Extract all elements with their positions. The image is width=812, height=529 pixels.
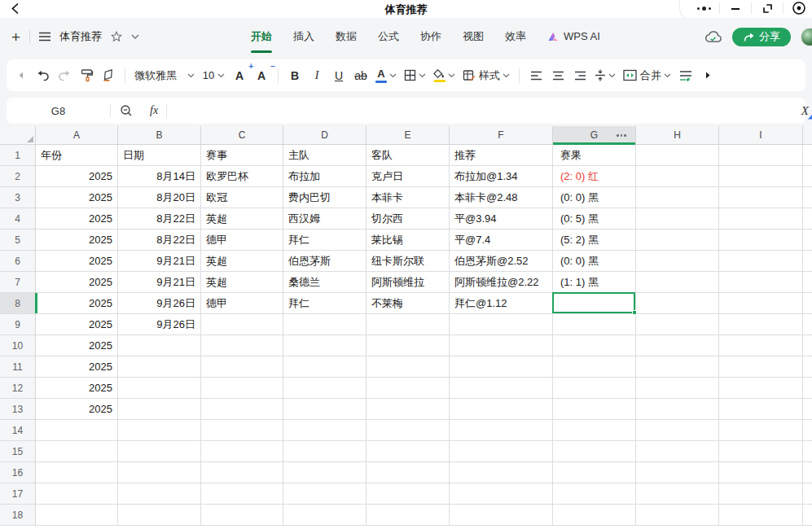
cloud-sync-icon[interactable] [704, 29, 722, 44]
row-header-4[interactable]: 4 [0, 208, 36, 230]
cell-F16[interactable] [450, 462, 553, 483]
cell-partial-6[interactable] [803, 251, 812, 272]
row-header-10[interactable]: 10 [0, 335, 36, 356]
cell-E9[interactable] [366, 314, 450, 335]
row-header-3[interactable]: 3 [0, 187, 36, 208]
cell-A2[interactable]: 2025 [36, 166, 118, 187]
cell-B2[interactable]: 8月14日 [118, 166, 201, 187]
col-header-H[interactable]: H [636, 126, 719, 145]
cell-C14[interactable] [201, 420, 283, 441]
cell-H15[interactable] [636, 441, 719, 462]
cell-partial-9[interactable] [803, 314, 812, 335]
cell-G2[interactable]: (2: 0) 红 [553, 166, 636, 187]
cell-C13[interactable] [201, 399, 283, 420]
cell-D4[interactable]: 西汉姆 [283, 208, 366, 230]
cell-F7[interactable]: 阿斯顿维拉@2.22 [450, 272, 553, 293]
cell-G16[interactable] [553, 462, 636, 483]
cell-I11[interactable] [719, 356, 803, 378]
col-header-A[interactable]: A [36, 126, 118, 145]
cell-F1[interactable]: 推荐 [450, 145, 553, 166]
row-header-13[interactable]: 13 [0, 399, 36, 420]
cell-partial-3[interactable] [803, 187, 812, 208]
tab-formulas[interactable]: 公式 [378, 18, 399, 55]
cell-partial-2[interactable] [803, 166, 812, 187]
cell-E15[interactable] [366, 441, 450, 462]
col-header-B[interactable]: B [118, 126, 201, 145]
cell-F9[interactable] [450, 314, 553, 335]
cell-partial-14[interactable] [803, 420, 812, 441]
insert-function-icon[interactable]: fx [150, 104, 158, 117]
cell-D6[interactable]: 伯恩茅斯 [283, 251, 366, 272]
increase-font-size-button[interactable]: A+ [232, 65, 247, 86]
col-header-C[interactable]: C [201, 126, 283, 145]
col-header-I[interactable]: I [719, 126, 803, 145]
tab-list-icon[interactable] [39, 32, 50, 42]
tab-home[interactable]: 开始 [251, 18, 272, 55]
cell-D17[interactable] [283, 483, 366, 505]
font-color-button[interactable]: A [375, 65, 397, 86]
cell-G8[interactable] [553, 293, 636, 314]
cell-E14[interactable] [366, 420, 450, 441]
cell-C7[interactable]: 英超 [201, 272, 283, 293]
cell-partial-12[interactable] [803, 378, 812, 399]
cell-A10[interactable]: 2025 [36, 335, 118, 356]
row-header-18[interactable]: 18 [0, 505, 36, 526]
cell-F15[interactable] [450, 441, 553, 462]
cell-E16[interactable] [366, 462, 450, 483]
tab-insert[interactable]: 插入 [293, 18, 314, 55]
decrease-font-size-button[interactable]: A− [254, 65, 269, 86]
fill-color-button[interactable] [433, 65, 455, 86]
cell-D16[interactable] [283, 462, 366, 483]
cell-D15[interactable] [283, 441, 366, 462]
format-painter-icon[interactable] [79, 65, 94, 86]
cell-H18[interactable] [636, 505, 719, 526]
row-header-8[interactable]: 8 [0, 293, 36, 314]
cell-A12[interactable]: 2025 [36, 378, 118, 399]
cell-I13[interactable] [719, 399, 803, 420]
row-header-12[interactable]: 12 [0, 378, 36, 399]
minimize-icon[interactable] [720, 0, 751, 17]
fill-handle[interactable] [632, 310, 637, 315]
cell-A9[interactable]: 2025 [36, 314, 118, 335]
cell-I1[interactable] [719, 145, 803, 166]
row-header-15[interactable]: 15 [0, 441, 36, 462]
cell-H11[interactable] [636, 356, 719, 378]
cell-G7[interactable]: (1: 1) 黑 [553, 272, 636, 293]
cell-F2[interactable]: 布拉加@1.34 [450, 166, 553, 187]
cell-D3[interactable]: 费内巴切 [283, 187, 366, 208]
favorite-star-icon[interactable] [111, 31, 122, 42]
cell-D18[interactable] [283, 505, 366, 526]
col-header-D[interactable]: D [283, 126, 366, 145]
equation-icon[interactable]: X [801, 104, 809, 118]
cell-A15[interactable] [36, 441, 118, 462]
cell-B6[interactable]: 9月21日 [118, 251, 201, 272]
row-header-5[interactable]: 5 [0, 230, 36, 251]
cell-C4[interactable]: 英超 [201, 208, 283, 230]
cell-B7[interactable]: 9月21日 [118, 272, 201, 293]
cell-C18[interactable] [201, 505, 283, 526]
cell-F17[interactable] [450, 483, 553, 505]
align-left-button[interactable] [529, 65, 543, 86]
cell-C6[interactable]: 英超 [201, 251, 283, 272]
cell-H4[interactable] [636, 208, 719, 230]
cell-D14[interactable] [283, 420, 366, 441]
tab-wps-ai[interactable]: WPS AI [547, 18, 600, 55]
cell-A18[interactable] [36, 505, 118, 526]
cell-F3[interactable]: 本菲卡@2.48 [450, 187, 553, 208]
cell-I7[interactable] [719, 272, 803, 293]
cell-F12[interactable] [450, 378, 553, 399]
new-tab-button[interactable]: + [11, 29, 20, 45]
cell-E1[interactable]: 客队 [366, 145, 450, 166]
cell-H13[interactable] [636, 399, 719, 420]
user-avatar[interactable] [801, 28, 812, 46]
cell-H2[interactable] [636, 166, 719, 187]
close-window-icon[interactable] [783, 0, 812, 17]
cell-B16[interactable] [118, 462, 201, 483]
cell-I12[interactable] [719, 378, 803, 399]
cell-G5[interactable]: (5: 2) 黑 [553, 230, 636, 251]
cell-A11[interactable]: 2025 [36, 356, 118, 378]
cell-C11[interactable] [201, 356, 283, 378]
col-header-F[interactable]: F [450, 126, 553, 145]
cell-H8[interactable] [636, 293, 719, 314]
cell-H9[interactable] [636, 314, 719, 335]
